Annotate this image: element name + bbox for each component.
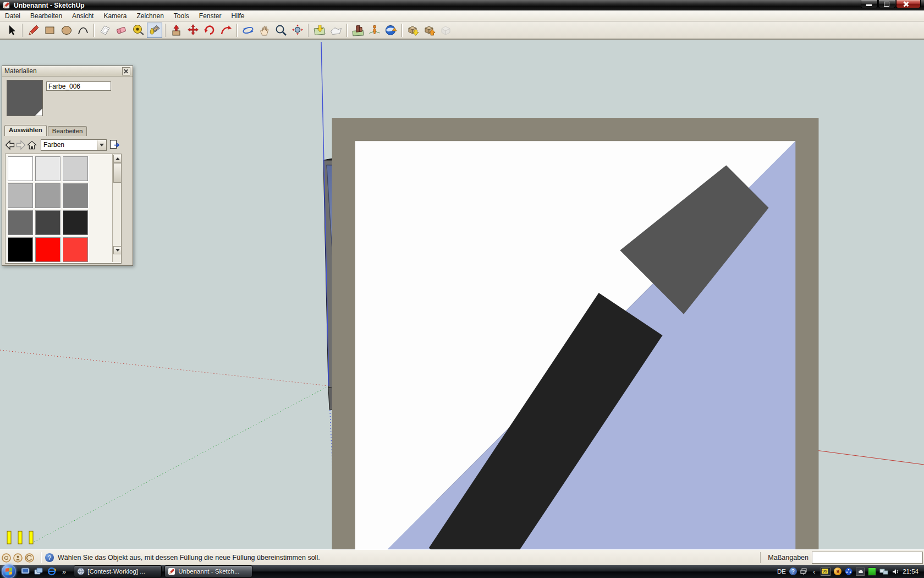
color-swatch[interactable]: [35, 156, 61, 181]
share-component-tool[interactable]: [438, 23, 454, 38]
dots-app-icon[interactable]: [845, 568, 853, 575]
rectangle-tool[interactable]: [42, 23, 58, 38]
task-button[interactable]: [Contest-Worklog] ...: [74, 565, 162, 577]
tape-measure-tool[interactable]: [130, 23, 146, 38]
swatch-scrollbar[interactable]: [112, 154, 121, 262]
google-earth-tool[interactable]: [383, 23, 399, 38]
zoom-extents-tool[interactable]: [290, 23, 305, 38]
close-button[interactable]: [896, 0, 921, 8]
clock[interactable]: 21:54: [903, 568, 919, 575]
restore-pane-icon[interactable]: [800, 568, 807, 575]
color-swatch[interactable]: [63, 183, 88, 208]
minimize-button[interactable]: [861, 0, 878, 8]
menu-item-tools[interactable]: Tools: [169, 11, 194, 21]
language-indicator[interactable]: DE: [777, 568, 786, 575]
browser-page-icon: [77, 568, 85, 575]
scrollbar-thumb[interactable]: [113, 163, 122, 183]
materials-close-button[interactable]: [122, 67, 130, 75]
color-swatch[interactable]: [35, 210, 61, 235]
internet-explorer-icon[interactable]: [47, 566, 57, 576]
attribution-icon[interactable]: [13, 553, 23, 563]
photo-textures-icon: [351, 24, 365, 37]
color-swatch[interactable]: [8, 156, 33, 181]
paint-bucket-tool[interactable]: [147, 23, 162, 38]
system-tray: DE ? ‹ 99 9 21:54: [777, 568, 924, 576]
switch-windows-icon[interactable]: [34, 566, 43, 576]
pan-tool[interactable]: [257, 23, 272, 38]
rotate-tool[interactable]: [202, 23, 217, 38]
messenger-icon[interactable]: 99: [821, 568, 831, 576]
geolocation-icon[interactable]: [2, 553, 11, 563]
3d-viewport[interactable]: Materialien AuswählenBearbeiten: [0, 39, 924, 550]
orbit-icon: [241, 24, 255, 37]
show-desktop-icon[interactable]: [20, 566, 30, 576]
sample-paint-icon[interactable]: [116, 123, 924, 578]
get-models-tool[interactable]: [405, 23, 421, 38]
menu-item-hilfe[interactable]: Hilfe: [227, 11, 250, 21]
toggle-terrain-icon: [329, 24, 343, 37]
zoom-tool[interactable]: [273, 23, 289, 38]
restore-button[interactable]: [878, 0, 895, 8]
color-swatch[interactable]: [8, 183, 33, 208]
tray-help-icon[interactable]: ?: [789, 568, 797, 575]
back-arrow-icon[interactable]: [4, 139, 15, 150]
photo-textures-tool[interactable]: [350, 23, 366, 38]
tab-bearbeiten[interactable]: Bearbeiten: [48, 126, 87, 136]
home-icon[interactable]: [26, 139, 37, 150]
help-icon[interactable]: ?: [45, 553, 54, 562]
material-name-field[interactable]: [46, 81, 111, 91]
place-model-tool[interactable]: [367, 23, 382, 38]
quicklaunch-overflow-chevron[interactable]: »: [60, 568, 68, 576]
tray-collapse-chevron[interactable]: ‹: [811, 568, 817, 576]
toolbar-separator: [402, 24, 403, 37]
color-swatch[interactable]: [8, 237, 33, 262]
signin-icon[interactable]: [25, 553, 34, 563]
volume-icon[interactable]: [892, 568, 899, 575]
collection-dropdown[interactable]: Farben: [41, 139, 107, 151]
collection-dropdown-value: Farben: [41, 141, 97, 149]
move-tool[interactable]: [185, 23, 201, 38]
yellow-marker[interactable]: [7, 531, 11, 544]
color-swatch[interactable]: [63, 237, 88, 262]
cloud-icon[interactable]: [856, 568, 865, 576]
color-swatch[interactable]: [63, 210, 88, 235]
circle-tool[interactable]: [59, 23, 74, 38]
follow-me-tool[interactable]: [218, 23, 234, 38]
share-model-icon: [423, 24, 436, 37]
meter-icon[interactable]: [868, 568, 876, 576]
color-swatch[interactable]: [8, 210, 33, 235]
yellow-markers: [7, 531, 33, 544]
dropdown-arrow-icon[interactable]: [97, 140, 106, 150]
orbit-tool[interactable]: [240, 23, 256, 38]
add-location-tool[interactable]: [312, 23, 327, 38]
coin-icon[interactable]: 9: [834, 568, 842, 575]
yellow-marker[interactable]: [18, 531, 22, 544]
taskbar: » [Contest-Worklog] ...Unbenannt - Sketc…: [0, 565, 924, 578]
materials-nav-row: Farben: [4, 138, 130, 151]
scroll-down-icon[interactable]: [113, 246, 122, 254]
menu-item-zeichnen[interactable]: Zeichnen: [131, 11, 168, 21]
measurements-area: Maßangaben: [757, 552, 924, 564]
task-label: Unbenannt - Sketch...: [178, 568, 239, 575]
color-swatch[interactable]: [63, 156, 88, 181]
forward-arrow-icon[interactable]: [15, 139, 26, 150]
scroll-up-icon[interactable]: [113, 155, 122, 163]
color-swatch[interactable]: [35, 183, 61, 208]
measurements-field[interactable]: [812, 552, 923, 564]
network-icon[interactable]: [879, 568, 889, 575]
task-button[interactable]: Unbenannt - Sketch...: [164, 565, 252, 577]
zoom-extents-icon: [291, 24, 304, 37]
measurements-divider: [760, 552, 761, 563]
start-button[interactable]: [2, 564, 16, 578]
toggle-terrain-tool[interactable]: [328, 23, 344, 38]
toolbar-separator: [346, 24, 348, 37]
menu-item-fenster[interactable]: Fenster: [194, 11, 227, 21]
yellow-marker[interactable]: [29, 531, 33, 544]
arc-tool[interactable]: [75, 23, 91, 38]
messenger-badge: 99: [822, 569, 828, 574]
color-swatch[interactable]: [35, 237, 61, 262]
menu-item-ansicht[interactable]: Ansicht: [67, 11, 98, 21]
push-pull-tool[interactable]: [169, 23, 184, 38]
share-model-tool[interactable]: [422, 23, 437, 38]
details-flyout-icon[interactable]: [109, 139, 120, 150]
